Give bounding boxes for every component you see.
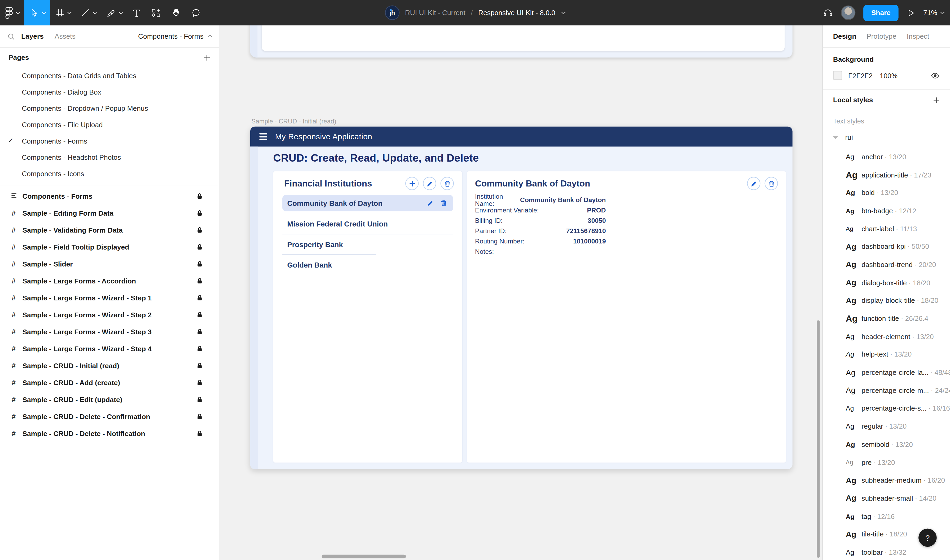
- pen-tool-button[interactable]: [101, 0, 127, 25]
- breadcrumb-file-name[interactable]: Responsive UI Kit - 8.0.0: [478, 9, 555, 16]
- shape-tool-button[interactable]: [76, 0, 101, 25]
- layer-list-item[interactable]: # Sample - Editing Form Data: [0, 205, 219, 222]
- text-style-item[interactable]: Ag chart-label · 11/13: [823, 220, 950, 238]
- color-swatch[interactable]: [833, 71, 842, 80]
- institution-row[interactable]: Mission Federal Credit Union: [282, 215, 453, 232]
- user-avatar[interactable]: [841, 6, 856, 20]
- lock-icon[interactable]: [197, 345, 202, 352]
- lock-icon[interactable]: [197, 379, 202, 386]
- row-delete-icon[interactable]: [441, 200, 447, 206]
- layer-list-item[interactable]: # Sample - CRUD - Initial (read): [0, 357, 219, 374]
- frame-label[interactable]: Sample - CRUD - Initial (read): [251, 117, 336, 125]
- tab-inspect[interactable]: Inspect: [907, 32, 929, 40]
- hamburger-menu-icon[interactable]: [259, 133, 267, 140]
- layer-list-item[interactable]: # Sample - CRUD - Add (create): [0, 374, 219, 391]
- help-button[interactable]: ?: [918, 528, 937, 547]
- row-edit-icon[interactable]: [427, 200, 433, 206]
- text-tool-button[interactable]: [127, 0, 146, 25]
- text-style-item[interactable]: Ag percentage-circle-s... · 16/16: [823, 400, 950, 417]
- lock-icon[interactable]: [197, 413, 202, 420]
- text-style-item[interactable]: Ag dashboard-kpi · 50/50: [823, 238, 950, 255]
- page-list-item[interactable]: ✓ Components - Headshot Photos: [0, 149, 219, 165]
- text-style-item[interactable]: Ag help-text · 13/20: [823, 345, 950, 363]
- comment-tool-button[interactable]: [186, 0, 206, 25]
- page-list-item[interactable]: ✓ Components - Forms: [0, 133, 219, 149]
- tab-prototype[interactable]: Prototype: [867, 32, 896, 40]
- main-menu-button[interactable]: [0, 0, 24, 25]
- text-style-item[interactable]: Ag subheader-medium · 16/20: [823, 471, 950, 489]
- lock-icon[interactable]: [197, 260, 202, 268]
- institution-row[interactable]: Prosperity Bank: [282, 236, 453, 252]
- layer-list-item[interactable]: # Sample - CRUD - Delete - Notification: [0, 425, 219, 442]
- text-style-item[interactable]: Ag pre · 13/20: [823, 453, 950, 471]
- text-style-item[interactable]: Ag bold · 13/20: [823, 183, 950, 202]
- lock-icon[interactable]: [197, 277, 202, 285]
- text-style-item[interactable]: Ag dashboard-trend · 20/20: [823, 255, 950, 274]
- resources-tool-button[interactable]: [146, 0, 166, 25]
- layer-list-item[interactable]: # Sample - Slider: [0, 255, 219, 272]
- layer-list-item[interactable]: # Sample - Large Forms - Wizard - Step 1: [0, 289, 219, 306]
- layer-list-item[interactable]: # Components - Forms: [0, 188, 219, 205]
- text-style-item[interactable]: Ag display-block-title · 18/20: [823, 292, 950, 310]
- delete-institution-button[interactable]: [441, 177, 454, 190]
- lock-icon[interactable]: [197, 192, 202, 200]
- horizontal-scrollbar-thumb[interactable]: [322, 555, 406, 558]
- search-icon[interactable]: [7, 32, 15, 40]
- lock-icon[interactable]: [197, 294, 202, 302]
- text-style-item[interactable]: Ag regular · 13/20: [823, 417, 950, 435]
- design-canvas[interactable]: Sample - CRUD - Initial (read) My Respon…: [219, 25, 822, 560]
- lock-icon[interactable]: [197, 311, 202, 318]
- crud-app-frame[interactable]: My Responsive Application CRUD: Create, …: [250, 127, 793, 469]
- audio-call-icon[interactable]: [823, 8, 833, 18]
- lock-icon[interactable]: [197, 328, 202, 335]
- text-style-item[interactable]: Ag percentage-circle-m... · 24/24: [823, 382, 950, 400]
- share-button[interactable]: Share: [863, 5, 898, 21]
- layer-list-item[interactable]: # Sample - CRUD - Delete - Confirmation: [0, 408, 219, 425]
- page-list-item[interactable]: ✓ Components - File Upload: [0, 116, 219, 133]
- lock-icon[interactable]: [197, 209, 202, 217]
- tab-layers[interactable]: Layers: [21, 32, 44, 40]
- institution-row[interactable]: Golden Bank: [282, 257, 453, 273]
- text-style-item[interactable]: Ag tag · 12/16: [823, 507, 950, 525]
- visibility-eye-icon[interactable]: [931, 72, 940, 79]
- style-group-row[interactable]: rui: [823, 129, 950, 145]
- text-style-item[interactable]: Ag header-element · 13/20: [823, 328, 950, 345]
- edit-detail-button[interactable]: [747, 177, 760, 190]
- chevron-down-icon[interactable]: [561, 10, 566, 14]
- lock-icon[interactable]: [197, 226, 202, 234]
- add-page-button[interactable]: [204, 54, 210, 61]
- page-list-item[interactable]: ✓ Components - Dialog Box: [0, 83, 219, 100]
- background-opacity-value[interactable]: 100%: [880, 72, 898, 79]
- layer-list-item[interactable]: # Sample - Field Tooltip Displayed: [0, 238, 219, 255]
- edit-institution-button[interactable]: [423, 177, 436, 190]
- move-tool-button[interactable]: [24, 0, 50, 25]
- text-style-item[interactable]: Ag dialog-box-title · 18/20: [823, 274, 950, 292]
- lock-icon[interactable]: [197, 362, 202, 369]
- tab-assets[interactable]: Assets: [55, 32, 76, 40]
- background-hex-value[interactable]: F2F2F2: [848, 72, 880, 79]
- tab-design[interactable]: Design: [833, 32, 856, 40]
- current-page-selector[interactable]: Components - Forms: [138, 32, 211, 40]
- partial-frame-above[interactable]: [250, 25, 793, 57]
- present-play-icon[interactable]: [906, 8, 915, 17]
- add-style-button[interactable]: [933, 97, 940, 103]
- text-style-item[interactable]: Ag semibold · 13/20: [823, 435, 950, 453]
- hand-tool-button[interactable]: [166, 0, 186, 25]
- lock-icon[interactable]: [197, 430, 202, 437]
- text-style-item[interactable]: Ag function-title · 26/26.4: [823, 309, 950, 328]
- text-style-item[interactable]: Ag anchor · 13/20: [823, 148, 950, 166]
- delete-detail-button[interactable]: [765, 177, 778, 190]
- org-avatar[interactable]: jh: [385, 6, 399, 20]
- page-list-item[interactable]: ✓ Components - Data Grids and Tables: [0, 67, 219, 84]
- add-institution-button[interactable]: [405, 177, 418, 190]
- page-list-item[interactable]: ✓ Components - Icons: [0, 165, 219, 182]
- layer-list-item[interactable]: # Sample - Large Forms - Wizard - Step 4: [0, 340, 219, 357]
- text-style-item[interactable]: Ag subheader-small · 14/20: [823, 489, 950, 507]
- text-style-item[interactable]: Ag application-title · 17/23: [823, 166, 950, 184]
- text-style-item[interactable]: Ag percentage-circle-la... · 48/48: [823, 363, 950, 382]
- layer-list-item[interactable]: # Sample - Large Forms - Accordion: [0, 272, 219, 289]
- layer-list-item[interactable]: # Sample - Validating Form Data: [0, 222, 219, 238]
- layer-list-item[interactable]: # Sample - Large Forms - Wizard - Step 2: [0, 306, 219, 323]
- breadcrumb-project[interactable]: RUI UI Kit - Current: [405, 9, 466, 16]
- zoom-level-control[interactable]: 71%: [923, 9, 944, 16]
